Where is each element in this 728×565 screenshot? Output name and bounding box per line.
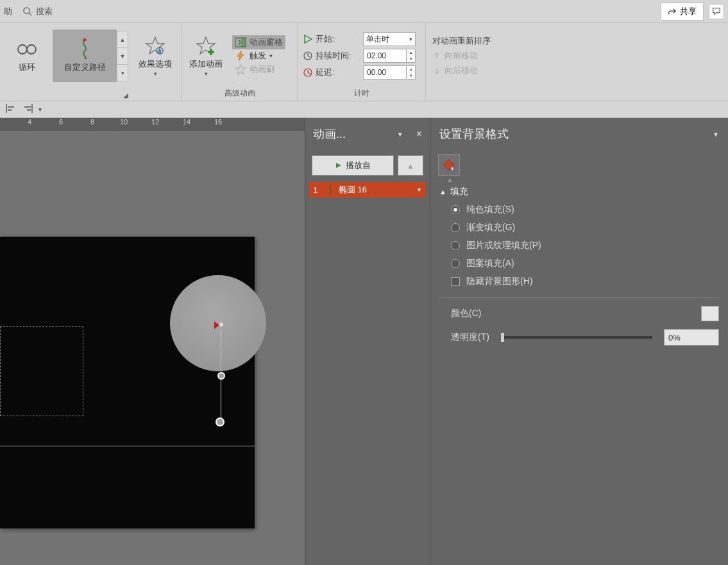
color-label: 颜色(C) [451, 308, 481, 319]
effect-custom-path[interactable]: 自定义路径 [53, 30, 117, 82]
path-handle[interactable] [217, 372, 225, 380]
fill-pattern-option[interactable]: 图案填充(A) [451, 258, 715, 269]
trigger-button[interactable]: 触发 ▾ [235, 50, 283, 62]
radio-icon [451, 223, 460, 232]
svg-point-0 [24, 8, 30, 13]
hide-bg-label: 隐藏背景图形(H) [466, 276, 532, 287]
collapse-icon: ▲ [439, 188, 446, 196]
fill-tab[interactable] [438, 154, 460, 176]
align-toolbar: ▾ [0, 101, 728, 118]
transparency-slider[interactable] [501, 336, 652, 339]
effect-custom-path-label: 自定义路径 [64, 62, 106, 73]
spin-down[interactable]: ▾ [407, 56, 415, 62]
animation-pane-toggle[interactable]: 动画窗格 [232, 35, 285, 49]
add-animation-icon [196, 36, 216, 56]
star-gear-icon [145, 36, 165, 56]
text-placeholder[interactable] [0, 326, 83, 416]
play-icon [335, 162, 342, 169]
trigger-label: 触发 [250, 50, 266, 62]
comments-button[interactable] [709, 4, 724, 19]
overflow-button[interactable]: ▾ [38, 106, 42, 113]
play-from-button[interactable]: 播放自 [312, 155, 394, 176]
path-start-icon[interactable] [214, 321, 219, 329]
start-icon [303, 34, 313, 44]
group-label-advanced: 高级动画 [182, 88, 297, 101]
checkbox-icon [451, 277, 460, 286]
dialog-launcher-icon[interactable]: ◢ [123, 92, 128, 99]
move-later-label: 向后移动 [444, 65, 478, 76]
transparency-row: 透明度(T) 0% [430, 325, 728, 350]
svg-marker-5 [146, 37, 164, 54]
slide[interactable] [0, 237, 255, 528]
fill-solid-label: 纯色填充(S) [466, 204, 514, 215]
slide-canvas[interactable]: 4 6 8 10 12 14 16 [0, 118, 305, 565]
spin-up[interactable]: ▴ [407, 66, 415, 72]
radio-icon [451, 259, 460, 268]
move-earlier-button: 向前移动 [432, 50, 491, 62]
gallery-down[interactable]: ▼ [117, 47, 128, 65]
close-icon[interactable]: × [416, 128, 422, 140]
effect-options-button[interactable]: 效果选项 ▾ [131, 30, 180, 82]
add-animation-button[interactable]: 添加动画 ▾ [182, 30, 230, 82]
svg-marker-13 [237, 51, 244, 61]
effect-loop-label: 循环 [19, 62, 35, 73]
effect-options-label: 效果选项 [139, 58, 172, 70]
move-up-button[interactable]: ▲ [398, 155, 423, 176]
format-background-pane: 设置背景格式 ▼ ▲ ▲ 填充 纯色填充(S) 渐变填充(G) 图片或纹理填充(… [430, 118, 728, 565]
paint-bucket-icon [442, 158, 456, 172]
transparency-input[interactable]: 0% [664, 329, 719, 346]
effect-loop[interactable]: 循环 [1, 30, 53, 82]
chevron-down-icon: ▾ [409, 36, 412, 42]
slider-thumb[interactable] [501, 333, 504, 342]
share-label: 共享 [680, 6, 697, 17]
radio-icon [451, 205, 460, 214]
play-from-label: 播放自 [346, 160, 371, 171]
fill-section-header[interactable]: ▲ 填充 [430, 182, 728, 201]
chevron-down-icon[interactable]: ▼ [416, 187, 422, 193]
color-picker-button[interactable] [701, 306, 719, 321]
gallery-more[interactable]: ▾ [117, 64, 128, 81]
delay-label: 延迟: [316, 67, 335, 78]
fill-section-title: 填充 [450, 186, 468, 198]
radio-icon [451, 241, 460, 250]
hide-bg-checkbox[interactable]: 隐藏背景图形(H) [451, 276, 715, 287]
fill-solid-option[interactable]: 纯色填充(S) [451, 204, 715, 215]
spin-down[interactable]: ▾ [407, 72, 415, 79]
animation-list-item[interactable]: 1 椭圆 16 ▼ [309, 182, 426, 198]
ruler-horizontal: 4 6 8 10 12 14 16 [0, 118, 305, 131]
gallery-scroll[interactable]: ▲ ▼ ▾ [117, 31, 128, 81]
align-right-button[interactable] [22, 103, 33, 116]
animation-pane: 动画... ▼ × 播放自 ▲ 1 椭圆 16 ▼ [305, 118, 430, 565]
pane-menu-button[interactable]: ▼ [397, 131, 403, 138]
path-end-handle[interactable] [216, 417, 224, 426]
painter-icon [235, 63, 246, 75]
gallery-up[interactable]: ▲ [117, 31, 128, 48]
clock-icon [303, 51, 313, 61]
ribbon-animations: 循环 自定义路径 ▲ ▼ ▾ ◢ 效果选项 ▾ [0, 23, 728, 101]
align-left-icon [5, 103, 17, 114]
search-box[interactable]: 搜索 [16, 6, 59, 17]
format-pane-title: 设置背景格式 [439, 126, 509, 142]
move-earlier-label: 向前移动 [444, 50, 478, 62]
pane-menu-button[interactable]: ▼ [713, 131, 719, 138]
fill-picture-option[interactable]: 图片或纹理填充(P) [451, 240, 715, 251]
share-button[interactable]: 共享 [661, 3, 704, 21]
svg-line-1 [29, 13, 31, 15]
format-pane-header: 设置背景格式 ▼ [430, 118, 728, 150]
divider [439, 298, 719, 298]
align-left-button[interactable] [5, 103, 17, 116]
chevron-down-icon: ▾ [269, 53, 273, 59]
start-select[interactable]: 单击时▾ [363, 32, 416, 46]
help-fragment: 助 [0, 6, 16, 17]
custom-path-icon [76, 38, 93, 60]
fill-picture-label: 图片或纹理填充(P) [466, 240, 541, 251]
reorder-title: 对动画重新排序 [432, 35, 491, 47]
spin-up[interactable]: ▴ [407, 49, 415, 56]
svg-marker-15 [305, 35, 312, 43]
delay-input[interactable]: 00.00▴▾ [363, 65, 416, 80]
duration-input[interactable]: 02.00▴▾ [363, 49, 416, 63]
chevron-down-icon: ▾ [154, 71, 157, 77]
fill-gradient-option[interactable]: 渐变填充(G) [451, 222, 715, 233]
fill-gradient-label: 渐变填充(G) [466, 222, 515, 233]
arrow-up-icon [432, 51, 441, 60]
